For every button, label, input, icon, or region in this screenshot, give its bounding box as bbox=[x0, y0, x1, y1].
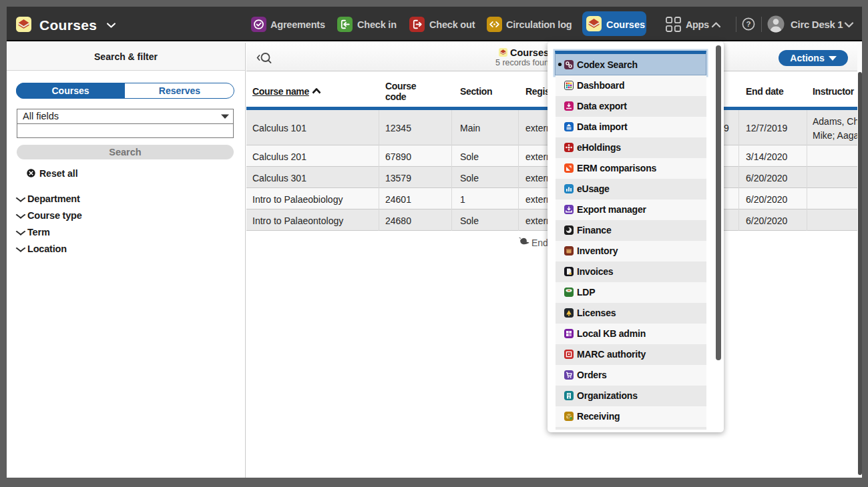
svg-text:?: ? bbox=[746, 20, 750, 28]
